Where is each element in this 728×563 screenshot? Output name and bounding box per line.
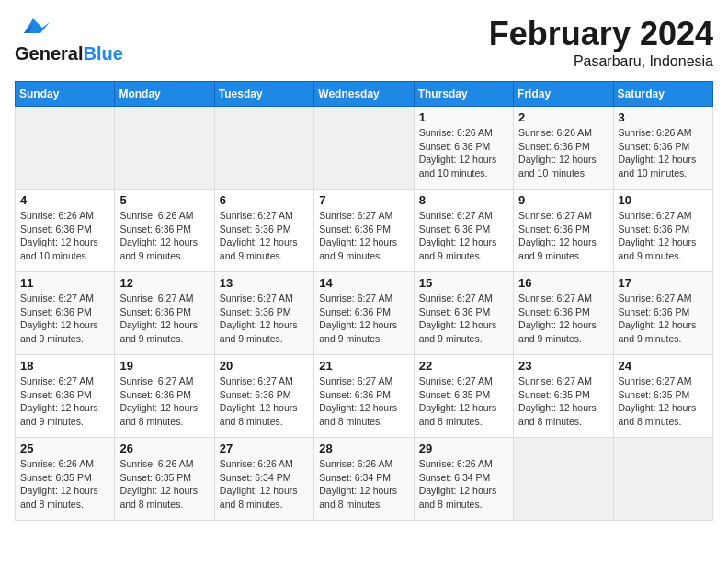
day-info: Sunrise: 6:26 AMSunset: 6:36 PMDaylight:…: [119, 209, 209, 263]
day-number: 1: [419, 110, 508, 124]
day-number: 5: [119, 193, 209, 207]
day-number: 15: [419, 276, 508, 290]
day-info: Sunrise: 6:26 AMSunset: 6:35 PMDaylight:…: [119, 457, 209, 511]
day-number: 3: [619, 110, 708, 124]
day-number: 19: [119, 359, 209, 373]
day-info: Sunrise: 6:27 AMSunset: 6:36 PMDaylight:…: [419, 209, 508, 263]
day-info: Sunrise: 6:27 AMSunset: 6:36 PMDaylight:…: [220, 292, 309, 346]
day-info: Sunrise: 6:26 AMSunset: 6:34 PMDaylight:…: [419, 457, 508, 511]
calendar-cell: 25Sunrise: 6:26 AMSunset: 6:35 PMDayligh…: [16, 438, 115, 521]
day-info: Sunrise: 6:27 AMSunset: 6:36 PMDaylight:…: [319, 374, 408, 429]
calendar-cell: 8Sunrise: 6:27 AMSunset: 6:36 PMDaylight…: [414, 190, 513, 272]
day-info: Sunrise: 6:27 AMSunset: 6:35 PMDaylight:…: [619, 374, 708, 429]
day-number: 22: [419, 359, 508, 373]
day-info: Sunrise: 6:26 AMSunset: 6:36 PMDaylight:…: [20, 209, 109, 263]
day-number: 14: [319, 276, 408, 290]
day-number: 11: [20, 276, 109, 290]
title-area: February 2024 Pasarbaru, Indonesia: [489, 15, 713, 70]
calendar-cell: 20Sunrise: 6:27 AMSunset: 6:36 PMDayligh…: [214, 355, 313, 438]
header-wednesday: Wednesday: [314, 82, 414, 107]
day-info: Sunrise: 6:26 AMSunset: 6:35 PMDaylight:…: [20, 457, 109, 511]
day-info: Sunrise: 6:27 AMSunset: 6:36 PMDaylight:…: [220, 374, 309, 429]
day-info: Sunrise: 6:26 AMSunset: 6:36 PMDaylight:…: [518, 126, 608, 180]
day-info: Sunrise: 6:27 AMSunset: 6:36 PMDaylight:…: [319, 292, 408, 346]
calendar-cell: 10Sunrise: 6:27 AMSunset: 6:36 PMDayligh…: [613, 190, 712, 272]
calendar-title: February 2024: [489, 15, 713, 53]
calendar-header-row: SundayMondayTuesdayWednesdayThursdayFrid…: [16, 82, 713, 107]
day-number: 12: [119, 276, 209, 290]
day-number: 2: [518, 110, 608, 124]
calendar-cell: [115, 107, 214, 190]
day-info: Sunrise: 6:27 AMSunset: 6:36 PMDaylight:…: [619, 209, 708, 263]
day-number: 27: [220, 442, 309, 455]
day-info: Sunrise: 6:27 AMSunset: 6:36 PMDaylight:…: [319, 209, 408, 263]
logo: GeneralBlue: [15, 15, 123, 64]
calendar-subtitle: Pasarbaru, Indonesia: [489, 53, 713, 70]
week-row-2: 4Sunrise: 6:26 AMSunset: 6:36 PMDaylight…: [16, 190, 713, 272]
day-info: Sunrise: 6:27 AMSunset: 6:36 PMDaylight:…: [119, 374, 209, 429]
calendar-cell: 7Sunrise: 6:27 AMSunset: 6:36 PMDaylight…: [314, 190, 414, 272]
day-info: Sunrise: 6:26 AMSunset: 6:36 PMDaylight:…: [619, 126, 708, 180]
day-number: 9: [518, 193, 608, 207]
day-number: 25: [20, 442, 109, 455]
calendar-cell: 19Sunrise: 6:27 AMSunset: 6:36 PMDayligh…: [115, 355, 214, 438]
calendar-cell: [16, 107, 115, 190]
week-row-3: 11Sunrise: 6:27 AMSunset: 6:36 PMDayligh…: [16, 272, 713, 355]
day-number: 18: [20, 359, 109, 373]
day-info: Sunrise: 6:26 AMSunset: 6:36 PMDaylight:…: [419, 126, 508, 180]
day-number: 6: [220, 193, 309, 207]
calendar-cell: [314, 107, 414, 190]
calendar-cell: 4Sunrise: 6:26 AMSunset: 6:36 PMDaylight…: [16, 190, 115, 272]
calendar-cell: 3Sunrise: 6:26 AMSunset: 6:36 PMDaylight…: [613, 107, 712, 190]
day-number: 24: [619, 359, 708, 373]
calendar-cell: 26Sunrise: 6:26 AMSunset: 6:35 PMDayligh…: [115, 438, 214, 521]
page-header: GeneralBlue February 2024 Pasarbaru, Ind…: [15, 15, 713, 70]
calendar-cell: [214, 107, 313, 190]
calendar-cell: 1Sunrise: 6:26 AMSunset: 6:36 PMDaylight…: [414, 107, 513, 190]
calendar-cell: 12Sunrise: 6:27 AMSunset: 6:36 PMDayligh…: [115, 272, 214, 355]
calendar-cell: 2Sunrise: 6:26 AMSunset: 6:36 PMDaylight…: [514, 107, 613, 190]
calendar-cell: 15Sunrise: 6:27 AMSunset: 6:36 PMDayligh…: [414, 272, 513, 355]
logo-icon: [15, 15, 53, 42]
logo-blue: Blue: [83, 43, 122, 63]
calendar-cell: 13Sunrise: 6:27 AMSunset: 6:36 PMDayligh…: [214, 272, 313, 355]
day-number: 8: [419, 193, 508, 207]
day-number: 29: [419, 442, 508, 455]
calendar-cell: 28Sunrise: 6:26 AMSunset: 6:34 PMDayligh…: [314, 438, 414, 521]
day-info: Sunrise: 6:27 AMSunset: 6:35 PMDaylight:…: [419, 374, 508, 429]
calendar-cell: 16Sunrise: 6:27 AMSunset: 6:36 PMDayligh…: [514, 272, 613, 355]
day-info: Sunrise: 6:27 AMSunset: 6:35 PMDaylight:…: [518, 374, 608, 429]
day-info: Sunrise: 6:27 AMSunset: 6:36 PMDaylight:…: [518, 209, 608, 263]
week-row-5: 25Sunrise: 6:26 AMSunset: 6:35 PMDayligh…: [16, 438, 713, 521]
day-number: 17: [619, 276, 708, 290]
day-number: 13: [220, 276, 309, 290]
calendar-cell: 18Sunrise: 6:27 AMSunset: 6:36 PMDayligh…: [16, 355, 115, 438]
day-number: 23: [518, 359, 608, 373]
day-number: 4: [20, 193, 109, 207]
calendar-table: SundayMondayTuesdayWednesdayThursdayFrid…: [15, 81, 713, 521]
calendar-cell: 21Sunrise: 6:27 AMSunset: 6:36 PMDayligh…: [314, 355, 414, 438]
header-saturday: Saturday: [613, 82, 712, 107]
calendar-cell: 27Sunrise: 6:26 AMSunset: 6:34 PMDayligh…: [214, 438, 313, 521]
day-info: Sunrise: 6:27 AMSunset: 6:36 PMDaylight:…: [20, 374, 109, 429]
calendar-cell: 29Sunrise: 6:26 AMSunset: 6:34 PMDayligh…: [414, 438, 513, 521]
day-number: 16: [518, 276, 608, 290]
calendar-cell: [514, 438, 613, 521]
day-info: Sunrise: 6:26 AMSunset: 6:34 PMDaylight:…: [220, 457, 309, 511]
calendar-cell: 5Sunrise: 6:26 AMSunset: 6:36 PMDaylight…: [115, 190, 214, 272]
week-row-4: 18Sunrise: 6:27 AMSunset: 6:36 PMDayligh…: [16, 355, 713, 438]
calendar-cell: 11Sunrise: 6:27 AMSunset: 6:36 PMDayligh…: [16, 272, 115, 355]
calendar-cell: 17Sunrise: 6:27 AMSunset: 6:36 PMDayligh…: [613, 272, 712, 355]
day-number: 10: [619, 193, 708, 207]
header-thursday: Thursday: [414, 82, 513, 107]
day-info: Sunrise: 6:27 AMSunset: 6:36 PMDaylight:…: [518, 292, 608, 346]
week-row-1: 1Sunrise: 6:26 AMSunset: 6:36 PMDaylight…: [16, 107, 713, 190]
header-tuesday: Tuesday: [214, 82, 313, 107]
day-info: Sunrise: 6:27 AMSunset: 6:36 PMDaylight:…: [419, 292, 508, 346]
day-number: 26: [119, 442, 209, 455]
day-number: 28: [319, 442, 408, 455]
calendar-cell: 22Sunrise: 6:27 AMSunset: 6:35 PMDayligh…: [414, 355, 513, 438]
day-number: 21: [319, 359, 408, 373]
day-number: 7: [319, 193, 408, 207]
day-number: 20: [220, 359, 309, 373]
